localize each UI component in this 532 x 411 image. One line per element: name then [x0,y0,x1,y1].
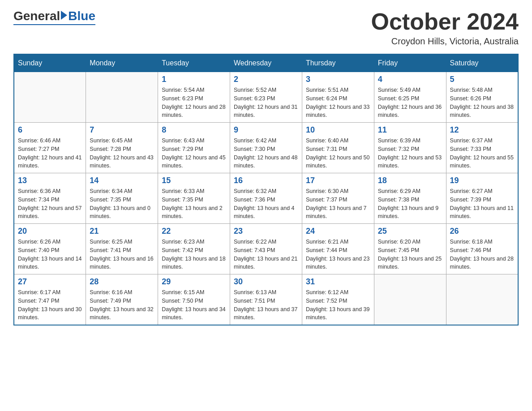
location-subtitle: Croydon Hills, Victoria, Australia [371,36,519,47]
day-number: 12 [450,125,514,135]
day-number: 1 [162,75,226,84]
day-of-week-header: Saturday [446,54,518,72]
day-number: 27 [18,277,82,287]
calendar-cell: 1Sunrise: 5:54 AMSunset: 6:23 PMDaylight… [158,72,230,123]
day-number: 31 [306,277,370,287]
day-info: Sunrise: 6:16 AMSunset: 7:49 PMDaylight:… [90,288,154,322]
calendar-cell [14,72,86,123]
calendar-cell: 26Sunrise: 6:18 AMSunset: 7:46 PMDayligh… [446,224,518,274]
month-title: October 2024 [371,9,519,34]
calendar-week-row: 6Sunrise: 6:46 AMSunset: 7:27 PMDaylight… [14,123,518,173]
calendar-cell: 13Sunrise: 6:36 AMSunset: 7:34 PMDayligh… [14,173,86,224]
day-info: Sunrise: 6:34 AMSunset: 7:35 PMDaylight:… [90,187,154,221]
day-info: Sunrise: 5:48 AMSunset: 6:26 PMDaylight:… [450,86,514,120]
calendar-cell: 30Sunrise: 6:13 AMSunset: 7:51 PMDayligh… [230,274,302,325]
calendar-cell: 28Sunrise: 6:16 AMSunset: 7:49 PMDayligh… [86,274,158,325]
day-number: 15 [162,176,226,185]
calendar-cell: 4Sunrise: 5:49 AMSunset: 6:25 PMDaylight… [374,72,446,123]
day-of-week-header: Wednesday [230,54,302,72]
day-info: Sunrise: 6:26 AMSunset: 7:40 PMDaylight:… [18,238,82,271]
day-info: Sunrise: 5:51 AMSunset: 6:24 PMDaylight:… [306,86,370,120]
calendar-cell: 19Sunrise: 6:27 AMSunset: 7:39 PMDayligh… [446,173,518,224]
calendar-cell: 7Sunrise: 6:45 AMSunset: 7:28 PMDaylight… [86,123,158,173]
page-header: General Blue October 2024 Croydon Hills,… [13,9,519,47]
calendar-cell: 2Sunrise: 5:52 AMSunset: 6:23 PMDaylight… [230,72,302,123]
day-number: 29 [162,277,226,287]
day-info: Sunrise: 6:20 AMSunset: 7:45 PMDaylight:… [378,238,442,271]
day-number: 20 [18,227,82,236]
calendar-cell [446,274,518,325]
day-number: 10 [306,125,370,135]
calendar-cell: 25Sunrise: 6:20 AMSunset: 7:45 PMDayligh… [374,224,446,274]
day-info: Sunrise: 6:15 AMSunset: 7:50 PMDaylight:… [162,288,226,322]
day-info: Sunrise: 6:37 AMSunset: 7:33 PMDaylight:… [450,137,514,170]
day-number: 16 [234,176,298,185]
day-number: 7 [90,125,154,135]
day-number: 30 [234,277,298,287]
day-info: Sunrise: 6:39 AMSunset: 7:32 PMDaylight:… [378,137,442,170]
day-info: Sunrise: 6:13 AMSunset: 7:51 PMDaylight:… [234,288,298,322]
calendar-cell: 15Sunrise: 6:33 AMSunset: 7:35 PMDayligh… [158,173,230,224]
day-number: 22 [162,227,226,236]
day-number: 8 [162,125,226,135]
day-number: 9 [234,125,298,135]
day-of-week-header: Tuesday [158,54,230,72]
calendar-cell: 14Sunrise: 6:34 AMSunset: 7:35 PMDayligh… [86,173,158,224]
calendar-cell: 16Sunrise: 6:32 AMSunset: 7:36 PMDayligh… [230,173,302,224]
calendar-week-row: 27Sunrise: 6:17 AMSunset: 7:47 PMDayligh… [14,274,518,325]
calendar-cell [86,72,158,123]
day-number: 17 [306,176,370,185]
calendar-cell: 17Sunrise: 6:30 AMSunset: 7:37 PMDayligh… [302,173,374,224]
calendar-cell: 8Sunrise: 6:43 AMSunset: 7:29 PMDaylight… [158,123,230,173]
calendar-cell: 18Sunrise: 6:29 AMSunset: 7:38 PMDayligh… [374,173,446,224]
day-info: Sunrise: 6:18 AMSunset: 7:46 PMDaylight:… [450,238,514,271]
day-number: 13 [18,176,82,185]
calendar-cell: 23Sunrise: 6:22 AMSunset: 7:43 PMDayligh… [230,224,302,274]
calendar-cell [374,274,446,325]
day-number: 3 [306,75,370,84]
day-of-week-header: Thursday [302,54,374,72]
day-number: 18 [378,176,442,185]
calendar-week-row: 20Sunrise: 6:26 AMSunset: 7:40 PMDayligh… [14,224,518,274]
day-number: 26 [450,227,514,236]
day-number: 5 [450,75,514,84]
day-info: Sunrise: 6:12 AMSunset: 7:52 PMDaylight:… [306,288,370,322]
calendar-cell: 6Sunrise: 6:46 AMSunset: 7:27 PMDaylight… [14,123,86,173]
calendar-cell: 5Sunrise: 5:48 AMSunset: 6:26 PMDaylight… [446,72,518,123]
day-number: 2 [234,75,298,84]
day-info: Sunrise: 6:21 AMSunset: 7:44 PMDaylight:… [306,238,370,271]
calendar-header-row: SundayMondayTuesdayWednesdayThursdayFrid… [14,54,518,72]
day-info: Sunrise: 6:42 AMSunset: 7:30 PMDaylight:… [234,137,298,170]
logo-blue-text: Blue [68,9,95,23]
day-number: 21 [90,227,154,236]
day-number: 24 [306,227,370,236]
calendar-cell: 10Sunrise: 6:40 AMSunset: 7:31 PMDayligh… [302,123,374,173]
logo-general-text: General [13,9,60,23]
day-info: Sunrise: 6:40 AMSunset: 7:31 PMDaylight:… [306,137,370,170]
calendar-cell: 24Sunrise: 6:21 AMSunset: 7:44 PMDayligh… [302,224,374,274]
day-info: Sunrise: 6:33 AMSunset: 7:35 PMDaylight:… [162,187,226,221]
day-info: Sunrise: 6:22 AMSunset: 7:43 PMDaylight:… [234,238,298,271]
calendar-cell: 20Sunrise: 6:26 AMSunset: 7:40 PMDayligh… [14,224,86,274]
calendar-cell: 29Sunrise: 6:15 AMSunset: 7:50 PMDayligh… [158,274,230,325]
day-info: Sunrise: 5:54 AMSunset: 6:23 PMDaylight:… [162,86,226,120]
day-of-week-header: Friday [374,54,446,72]
day-info: Sunrise: 6:46 AMSunset: 7:27 PMDaylight:… [18,137,82,170]
calendar-cell: 27Sunrise: 6:17 AMSunset: 7:47 PMDayligh… [14,274,86,325]
calendar-week-row: 13Sunrise: 6:36 AMSunset: 7:34 PMDayligh… [14,173,518,224]
calendar-table: SundayMondayTuesdayWednesdayThursdayFrid… [13,54,519,325]
day-info: Sunrise: 6:17 AMSunset: 7:47 PMDaylight:… [18,288,82,322]
calendar-cell: 31Sunrise: 6:12 AMSunset: 7:52 PMDayligh… [302,274,374,325]
day-info: Sunrise: 6:45 AMSunset: 7:28 PMDaylight:… [90,137,154,170]
day-number: 11 [378,125,442,135]
calendar-cell: 9Sunrise: 6:42 AMSunset: 7:30 PMDaylight… [230,123,302,173]
day-info: Sunrise: 6:36 AMSunset: 7:34 PMDaylight:… [18,187,82,221]
day-info: Sunrise: 6:32 AMSunset: 7:36 PMDaylight:… [234,187,298,221]
day-info: Sunrise: 6:25 AMSunset: 7:41 PMDaylight:… [90,238,154,271]
day-number: 23 [234,227,298,236]
logo-triangle-icon [61,11,67,20]
day-info: Sunrise: 6:23 AMSunset: 7:42 PMDaylight:… [162,238,226,271]
day-number: 6 [18,125,82,135]
calendar-cell: 12Sunrise: 6:37 AMSunset: 7:33 PMDayligh… [446,123,518,173]
day-number: 19 [450,176,514,185]
